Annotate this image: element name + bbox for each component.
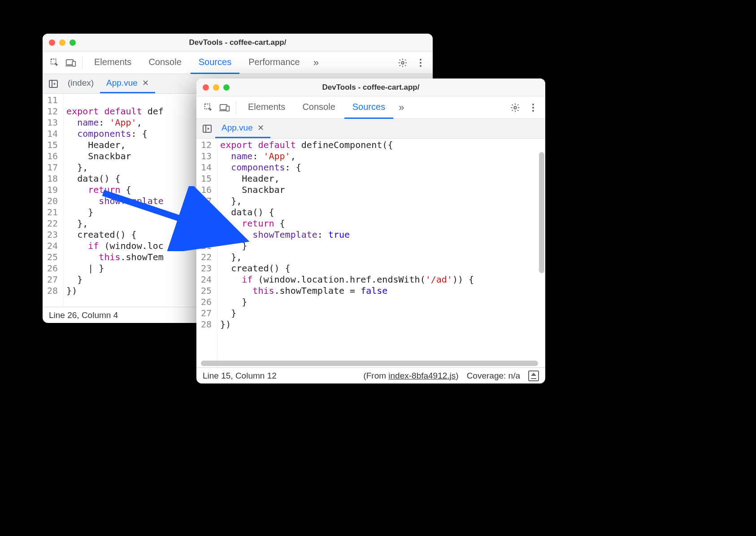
- svg-rect-14: [226, 106, 229, 111]
- svg-rect-3: [72, 61, 75, 66]
- svg-point-4: [401, 61, 404, 64]
- settings-gear-icon[interactable]: [508, 100, 523, 115]
- show-drawer-icon[interactable]: [528, 370, 539, 381]
- more-tabs-icon[interactable]: »: [309, 57, 322, 69]
- window-zoom-button[interactable]: [70, 39, 76, 46]
- scrollbar-horizontal[interactable]: [201, 361, 538, 366]
- svg-point-5: [420, 59, 421, 61]
- file-tab-index[interactable]: (index): [61, 74, 100, 93]
- code-editor[interactable]: 1213141516171819202122232425262728 expor…: [196, 139, 545, 367]
- main-toolbar: Elements Console Sources Performance »: [43, 52, 433, 74]
- tab-sources[interactable]: Sources: [344, 96, 393, 119]
- more-tabs-icon[interactable]: »: [394, 102, 407, 113]
- devtools-window-front: DevTools - coffee-cart.app/ Elements Con…: [196, 78, 545, 383]
- window-title: DevTools - coffee-cart.app/: [189, 38, 287, 47]
- device-toggle-icon[interactable]: [217, 100, 232, 115]
- svg-rect-8: [49, 80, 57, 87]
- file-tab-app-vue[interactable]: App.vue ✕: [100, 74, 155, 93]
- svg-point-16: [532, 104, 534, 105]
- svg-point-15: [514, 106, 517, 109]
- window-minimize-button[interactable]: [59, 39, 65, 46]
- tab-sources[interactable]: Sources: [191, 52, 239, 74]
- tab-console[interactable]: Console: [140, 52, 189, 74]
- file-tab-label: App.vue: [222, 123, 253, 133]
- svg-point-6: [420, 62, 421, 64]
- scrollbar-vertical[interactable]: [539, 152, 544, 273]
- kebab-menu-icon[interactable]: [413, 55, 428, 70]
- svg-point-7: [420, 65, 421, 67]
- window-close-button[interactable]: [203, 84, 209, 91]
- traffic-lights: [49, 39, 76, 46]
- close-tab-icon[interactable]: ✕: [142, 78, 149, 88]
- cursor-position: Line 15, Column 12: [203, 371, 277, 381]
- main-toolbar: Elements Console Sources »: [196, 96, 545, 119]
- navigator-toggle-icon[interactable]: [45, 74, 61, 93]
- svg-rect-19: [203, 125, 211, 132]
- window-close-button[interactable]: [49, 39, 55, 46]
- cursor-position: Line 26, Column 4: [49, 310, 118, 320]
- svg-point-17: [532, 107, 534, 109]
- file-tab-label: (index): [68, 78, 94, 88]
- source-map-link[interactable]: index-8bfa4912.js: [388, 371, 456, 380]
- window-minimize-button[interactable]: [213, 84, 219, 91]
- svg-point-18: [532, 110, 534, 112]
- line-gutter: 111213141516171819202122232425262728: [43, 94, 64, 307]
- titlebar[interactable]: DevTools - coffee-cart.app/: [196, 78, 545, 96]
- toolbar-separator: [82, 57, 83, 69]
- device-toggle-icon[interactable]: [63, 55, 78, 70]
- titlebar[interactable]: DevTools - coffee-cart.app/: [43, 34, 433, 52]
- inspect-element-icon[interactable]: [47, 55, 62, 70]
- tab-elements[interactable]: Elements: [86, 52, 139, 74]
- traffic-lights: [203, 84, 230, 91]
- navigator-toggle-icon[interactable]: [199, 119, 215, 138]
- settings-gear-icon[interactable]: [395, 55, 410, 70]
- window-zoom-button[interactable]: [223, 84, 230, 91]
- file-tab-app-vue[interactable]: App.vue ✕: [215, 119, 270, 138]
- tab-console[interactable]: Console: [294, 96, 343, 119]
- window-title: DevTools - coffee-cart.app/: [322, 83, 420, 92]
- source-map-from: (From index-8bfa4912.js): [363, 371, 458, 381]
- tab-elements[interactable]: Elements: [240, 96, 293, 119]
- inspect-element-icon[interactable]: [201, 100, 216, 115]
- kebab-menu-icon[interactable]: [526, 100, 541, 115]
- code-content[interactable]: export default defineComponent({ name: '…: [217, 139, 545, 367]
- status-bar: Line 15, Column 12 (From index-8bfa4912.…: [196, 367, 545, 383]
- file-tabs-bar: App.vue ✕: [196, 119, 545, 139]
- tab-performance[interactable]: Performance: [240, 52, 308, 74]
- file-tab-label: App.vue: [106, 78, 138, 88]
- close-tab-icon[interactable]: ✕: [257, 123, 264, 133]
- line-gutter: 1213141516171819202122232425262728: [196, 139, 217, 367]
- toolbar-separator: [236, 101, 236, 114]
- coverage-status: Coverage: n/a: [467, 371, 520, 381]
